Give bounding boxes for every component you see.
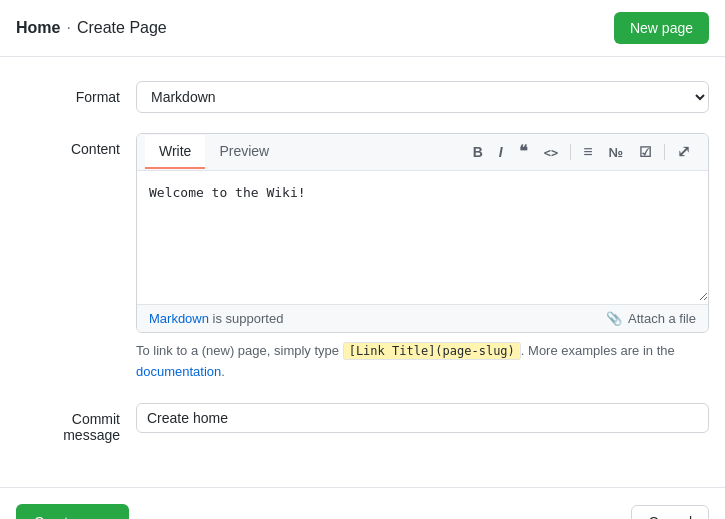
editor-tabs-row: Write Preview B I ❝ <> ≡ № ☑ ⤢ [137,134,708,171]
form-actions: Create page Cancel [0,487,725,519]
commit-label-text: Commitmessage [63,411,120,443]
attach-icon: 📎 [606,311,622,326]
code-icon: <> [544,146,558,160]
markdown-note: Markdown is supported [149,311,283,326]
link-hint: To link to a (new) page, simply type [Li… [136,341,709,383]
content-row: Content Write Preview B I ❝ <> ≡ [16,133,709,383]
quote-button[interactable]: ❝ [513,140,534,164]
editor-toolbar: B I ❝ <> ≡ № ☑ ⤢ [463,134,700,170]
toolbar-separator-1 [570,144,571,160]
commit-row: Commitmessage [16,403,709,443]
link-hint-after: . More examples are in the [521,343,675,358]
format-control: Markdown AsciiDoc RDoc [136,81,709,113]
breadcrumb: Home · Create Page [16,19,167,37]
format-select[interactable]: Markdown AsciiDoc RDoc [136,81,709,113]
tab-write[interactable]: Write [145,135,205,169]
new-page-button[interactable]: New page [614,12,709,44]
editor-footer: Markdown is supported 📎 Attach a file [137,304,708,332]
link-hint-code: [Link Title](page-slug) [343,342,521,360]
create-page-button[interactable]: Create page [16,504,129,519]
ordered-list-icon: № [609,145,624,160]
attach-file[interactable]: 📎 Attach a file [606,311,696,326]
create-page-form: Format Markdown AsciiDoc RDoc Content Wr… [0,57,725,479]
content-label: Content [16,133,136,157]
link-hint-doc-link[interactable]: documentation [136,364,221,379]
markdown-link[interactable]: Markdown [149,311,209,326]
content-textarea[interactable] [137,171,708,301]
editor-wrapper: Write Preview B I ❝ <> ≡ № ☑ ⤢ [136,133,709,333]
toolbar-separator-2 [664,144,665,160]
format-row: Format Markdown AsciiDoc RDoc [16,81,709,113]
task-list-icon: ☑ [639,144,652,160]
link-hint-punctuation: . [221,364,225,379]
link-hint-before: To link to a (new) page, simply type [136,343,343,358]
commit-control [136,403,709,433]
bold-button[interactable]: B [467,141,489,163]
quote-icon: ❝ [519,143,528,160]
cancel-button[interactable]: Cancel [631,505,709,519]
ordered-list-button[interactable]: № [603,141,630,163]
breadcrumb-current: Create Page [77,19,167,37]
bold-icon: B [473,144,483,160]
italic-button[interactable]: I [493,141,509,163]
italic-icon: I [499,144,503,160]
code-button[interactable]: <> [538,141,564,163]
markdown-support-text: is supported [209,311,283,326]
page-header: Home · Create Page New page [0,0,725,57]
task-list-button[interactable]: ☑ [633,141,658,163]
commit-label: Commitmessage [16,403,136,443]
tab-preview[interactable]: Preview [205,135,283,169]
breadcrumb-home[interactable]: Home [16,19,60,37]
fullscreen-icon: ⤢ [677,143,690,160]
unordered-list-button[interactable]: ≡ [577,140,598,164]
unordered-list-icon: ≡ [583,143,592,160]
format-label: Format [16,81,136,105]
commit-input[interactable] [136,403,709,433]
fullscreen-button[interactable]: ⤢ [671,140,696,164]
attach-label: Attach a file [628,311,696,326]
editor-tabs: Write Preview [145,135,283,169]
content-control: Write Preview B I ❝ <> ≡ № ☑ ⤢ [136,133,709,383]
breadcrumb-separator: · [66,19,70,37]
